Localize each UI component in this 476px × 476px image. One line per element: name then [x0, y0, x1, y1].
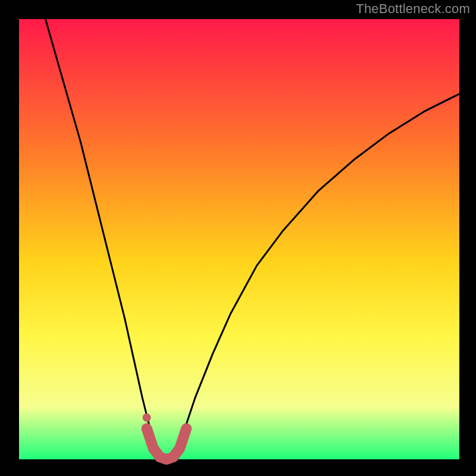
watermark-text: TheBottleneck.com: [356, 1, 470, 17]
marker-dot: [143, 414, 151, 422]
chart-frame: { "watermark": "TheBottleneck.com", "col…: [0, 0, 476, 476]
bottleneck-chart: [0, 0, 476, 476]
plot-background: [19, 19, 459, 459]
